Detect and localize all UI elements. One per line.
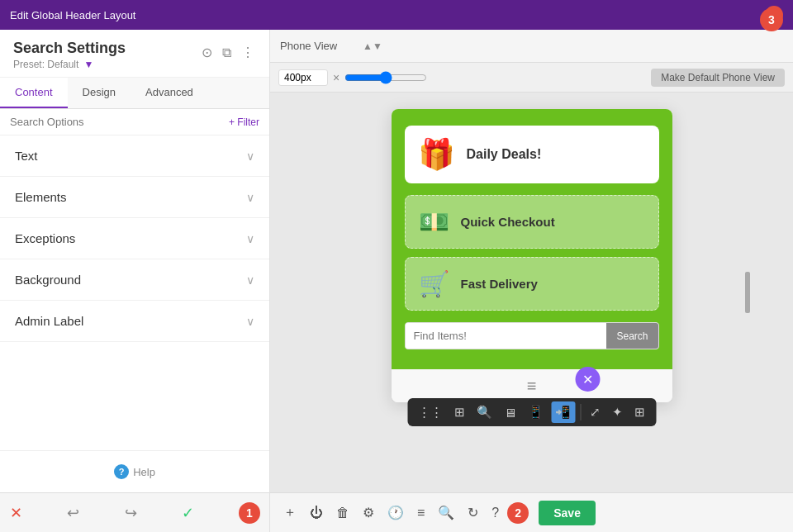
grid-tool[interactable]: ⊞	[450, 401, 469, 423]
chevron-down-icon: ∨	[246, 232, 254, 245]
width-bar: × Make Default Phone View	[270, 63, 793, 93]
left-panel: Search Settings Preset: Default ▼ ⊙ ⧉ ⋮ …	[0, 30, 270, 532]
panel-header: Search Settings Preset: Default ▼ ⊙ ⧉ ⋮	[0, 30, 269, 78]
tabs: Content Design Advanced	[0, 78, 269, 109]
daily-deals-text: Daily Deals!	[467, 147, 542, 162]
confirm-button[interactable]: ✓	[182, 504, 194, 522]
settings-icon-btn[interactable]: ⊙	[200, 43, 214, 62]
chevron-down-icon: ∨	[246, 273, 254, 287]
fast-delivery-text: Fast Delivery	[461, 277, 538, 291]
make-default-phone-view-button[interactable]: Make Default Phone View	[651, 69, 785, 87]
accordion-label-exceptions: Exceptions	[15, 231, 75, 245]
chevron-down-icon: ∨	[246, 191, 254, 204]
bottom-right-bar: ＋ ⏻ 🗑 ⚙ 🕐 ≡ 🔍 ↻ ? 2 Save	[270, 492, 793, 532]
fast-delivery-card: 🛒 Fast Delivery	[405, 257, 659, 311]
daily-deals-card: 🎁 Daily Deals!	[405, 126, 659, 183]
phone-bottom: ≡	[392, 369, 672, 402]
badge-2: 2	[507, 502, 529, 524]
bottom-right-actions: ＋ ⏻ 🗑 ⚙ 🕐 ≡ 🔍 ↻ ? 2 Save	[270, 501, 793, 525]
card-search-input[interactable]	[406, 323, 607, 349]
resize-tool[interactable]: ⤢	[586, 401, 605, 423]
layout-icon-btn[interactable]: ⧉	[221, 43, 233, 62]
filter-button[interactable]: + Filter	[229, 116, 259, 128]
chevron-down-icon: ∨	[246, 150, 254, 163]
mobile-tool[interactable]: 📲	[551, 401, 575, 423]
drag-tool[interactable]: ⋮⋮	[414, 401, 447, 423]
sparkle-tool[interactable]: ✦	[608, 401, 627, 423]
help-label: Help	[133, 466, 155, 478]
add-button[interactable]: ＋	[278, 501, 302, 525]
view-select-wrap: Phone View Tablet View Desktop View ▲▼	[280, 40, 382, 52]
panel-title: Search Settings	[13, 40, 126, 57]
badge-3: 3	[760, 8, 783, 31]
tool-divider	[580, 404, 581, 420]
right-panel: Phone View Tablet View Desktop View ▲▼ ×…	[270, 30, 793, 532]
redo-button[interactable]: ↪	[125, 504, 137, 522]
hamburger-icon: ≡	[527, 377, 537, 396]
chevron-down-icon: ∨	[246, 315, 254, 328]
accordion-label-background: Background	[15, 273, 81, 287]
top-bar-title: Edit Global Header Layout	[10, 9, 135, 21]
card-search: Search	[405, 322, 659, 349]
accordion-list: Text ∨ Elements ∨ Exceptions ∨ Backgroun…	[0, 135, 269, 450]
accordion-label-admin: Admin Label	[15, 314, 83, 328]
history-button[interactable]: 🕐	[382, 501, 409, 524]
preset-label: Preset: Default	[13, 59, 78, 70]
quick-checkout-text: Quick Checkout	[461, 215, 555, 229]
search-bar: + Filter	[0, 109, 269, 135]
power-button[interactable]: ⏻	[305, 502, 328, 524]
panel-icons: ⊙ ⧉ ⋮	[200, 43, 256, 62]
width-input[interactable]	[278, 69, 328, 86]
deals-icon: 🎁	[418, 137, 455, 172]
search-button[interactable]: 🔍	[433, 501, 459, 524]
bottom-left-actions: ✕ ↩ ↪ ✓ 1	[0, 502, 270, 524]
quick-checkout-card: 💵 Quick Checkout	[405, 195, 659, 249]
top-bar: Edit Global Header Layout ✕	[0, 0, 793, 30]
delete-button[interactable]: 🗑	[331, 502, 354, 524]
preset-line: Preset: Default ▼	[13, 59, 126, 70]
tab-advanced[interactable]: Advanced	[131, 78, 208, 108]
cancel-button[interactable]: ✕	[10, 504, 22, 522]
more-icon-btn[interactable]: ⋮	[240, 43, 256, 62]
card-search-button[interactable]: Search	[606, 323, 658, 349]
canvas-toolbar: ⋮⋮ ⊞ 🔍 🖥 📱 📲 ⤢ ✦ ⊞	[407, 398, 656, 426]
green-card: 🎁 Daily Deals! 💵 Quick Checkout 🛒 Fast D…	[392, 109, 672, 369]
accordion-label-elements: Elements	[15, 190, 67, 204]
tab-content[interactable]: Content	[0, 78, 68, 108]
badge-1: 1	[239, 502, 260, 524]
right-toolbar: Phone View Tablet View Desktop View ▲▼	[270, 30, 793, 63]
circle-close-button[interactable]: ✕	[575, 367, 600, 392]
sync-button[interactable]: ↻	[463, 501, 483, 524]
help-button[interactable]: ? Help	[114, 464, 155, 479]
view-select-arrow: ▲▼	[363, 40, 382, 52]
accordion-label-text: Text	[15, 149, 38, 163]
undo-button[interactable]: ↩	[67, 504, 79, 522]
view-select[interactable]: Phone View Tablet View Desktop View	[280, 40, 359, 52]
bottom-bar: ✕ ↩ ↪ ✓ 1	[0, 492, 269, 532]
tab-design[interactable]: Design	[68, 78, 131, 108]
table-tool[interactable]: ⊞	[630, 401, 649, 423]
width-clear-button[interactable]: ×	[333, 71, 340, 84]
main-layout: Search Settings Preset: Default ▼ ⊙ ⧉ ⋮ …	[0, 30, 793, 532]
settings-button[interactable]: ⚙	[358, 501, 379, 524]
accordion-background[interactable]: Background ∨	[0, 259, 269, 301]
accordion-elements[interactable]: Elements ∨	[0, 177, 269, 218]
more-button[interactable]: ≡	[412, 502, 430, 524]
width-slider[interactable]	[344, 71, 427, 84]
accordion-text[interactable]: Text ∨	[0, 135, 269, 177]
search-tool[interactable]: 🔍	[472, 401, 496, 423]
quick-checkout-icon: 💵	[419, 207, 449, 236]
accordion-admin-label[interactable]: Admin Label ∨	[0, 301, 269, 342]
help-section: ? Help	[0, 450, 269, 492]
fast-delivery-icon: 🛒	[419, 269, 449, 298]
accordion-exceptions[interactable]: Exceptions ∨	[0, 218, 269, 259]
search-input[interactable]	[10, 116, 224, 128]
desktop-tool[interactable]: 🖥	[500, 402, 520, 423]
canvas-area: 🎁 Daily Deals! 💵 Quick Checkout 🛒 Fast D…	[270, 93, 793, 492]
help-br-button[interactable]: ?	[487, 502, 504, 524]
phone-mockup: 🎁 Daily Deals! 💵 Quick Checkout 🛒 Fast D…	[392, 109, 672, 402]
tablet-tool[interactable]: 📱	[524, 401, 548, 423]
preset-dropdown[interactable]: ▼	[83, 59, 93, 70]
save-button[interactable]: Save	[539, 501, 596, 525]
resize-handle-right[interactable]	[745, 272, 750, 313]
